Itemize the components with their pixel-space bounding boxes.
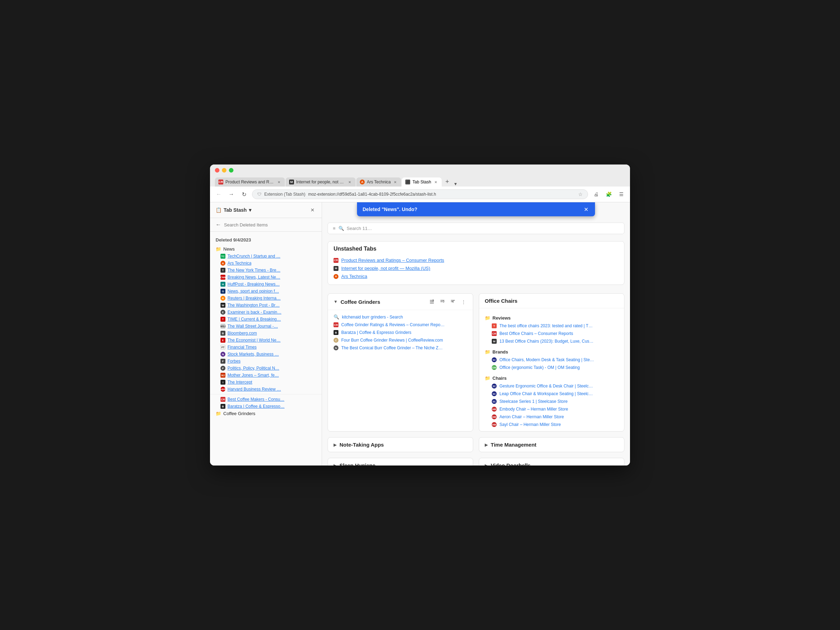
sidebar-group-name: News (223, 246, 235, 252)
sidebar-tab-techcrunch[interactable]: TC TechCrunch | Startup and … (210, 253, 322, 260)
main-content: 📋 Tab Stash ▾ ✕ ← Deleted 9/4/2023 📁 New… (210, 202, 630, 466)
sidebar-tab-guardian[interactable]: G News, sport and opinion f… (210, 288, 322, 295)
oc-mozilla-favicon: M (492, 339, 497, 344)
sidebar-tab-baratza[interactable]: B Baratza | Coffee & Espresso… (210, 403, 322, 410)
sidebar-tab-nbc[interactable]: N Stock Markets, Business … (210, 351, 322, 358)
tab4-close[interactable]: ✕ (433, 180, 438, 185)
sidebar-group-news[interactable]: 📁 News (210, 245, 322, 253)
cg-tab-niche[interactable]: N The Best Conical Burr Coffee Grinder –… (333, 344, 467, 352)
toms-favicon: T (492, 324, 497, 328)
sayl-favicon: HM (492, 422, 497, 427)
cg-tab-search[interactable]: 🔍 kitchenaid burr grinders - Search (333, 313, 467, 321)
sidebar-group-coffeegrinders[interactable]: 📁 Coffee Grinders (210, 410, 322, 417)
sidebar-search-input[interactable] (224, 222, 316, 227)
sidebar-tab-motherjones[interactable]: MJ Mother Jones – Smart, fe… (210, 372, 322, 379)
close-traffic-light[interactable] (215, 168, 219, 172)
cg-tab-cr[interactable]: CR Coffee Grinder Ratings & Reviews – Co… (333, 321, 467, 328)
oc-tab-leap[interactable]: SC Leap Office Chair & Workspace Seating… (485, 390, 619, 398)
unstash-icon[interactable] (449, 298, 457, 306)
browser-tab-2[interactable]: M Internet for people, not profit ✕ (286, 177, 355, 186)
tab2-favicon: M (289, 180, 294, 185)
bloomberg-favicon: B (221, 331, 226, 336)
note-taking-chevron-icon: ▶ (333, 442, 337, 447)
collapsed-card-note-taking[interactable]: ▶ Note-Taking Apps (328, 437, 473, 452)
toast-close-button[interactable]: ✕ (583, 206, 589, 213)
forbes-title: Forbes (227, 359, 240, 364)
browser-tab-3[interactable]: A Ars Technica ✕ (356, 177, 401, 186)
sidebar-close-button[interactable]: ✕ (309, 207, 316, 213)
main-search-hamburger[interactable]: ≡ (333, 226, 336, 231)
tab3-close[interactable]: ✕ (393, 180, 398, 185)
sleep-hygiene-title: Sleep Hygiene (339, 463, 376, 466)
coffeegrinders-folder-icon: 📁 (216, 411, 221, 416)
main-search-bar[interactable]: ≡ 🔍 Search 11… (328, 223, 624, 234)
sidebar-tab-hbr[interactable]: HBR Harvard Business Review … (210, 386, 322, 393)
techcrunch-favicon: TC (221, 254, 226, 259)
sidebar-search: ← (210, 218, 322, 232)
tab2-close[interactable]: ✕ (347, 180, 352, 185)
stash-icon[interactable] (439, 298, 446, 306)
collapsed-card-sleep-hygiene[interactable]: ▶ Sleep Hygiene (328, 458, 473, 466)
sidebar-tab-bloomberg[interactable]: B Bloomberg.com (210, 330, 322, 337)
cg-tab-baratza[interactable]: B Baratza | Coffee & Espresso Grinders (333, 328, 467, 336)
oc-tab-sc1[interactable]: SC Office Chairs, Modern Desk & Task Sea… (485, 356, 619, 364)
tabs-dropdown-button[interactable]: ▾ (454, 181, 457, 186)
oc-tab-gesture[interactable]: SC Gesture Ergonomic Office & Desk Chair… (485, 382, 619, 390)
sidebar-tab-nyt[interactable]: T The New York Times - Bre… (210, 267, 322, 274)
sidebar-tab-cnn[interactable]: CNN Breaking News, Latest Ne… (210, 274, 322, 281)
sidebar-tab-ars[interactable]: A Ars Technica (210, 260, 322, 267)
group-card-office-chairs: Office Chairs 📁 Reviews T (479, 293, 624, 431)
sidebar-tab-politico[interactable]: P Politics, Policy, Political N… (210, 365, 322, 372)
sidebar-tab-huffpost[interactable]: H HuffPost - Breaking News… (210, 281, 322, 288)
bookmark-star-icon[interactable]: ☆ (578, 191, 583, 197)
back-button[interactable]: ← (214, 190, 223, 199)
oc-tab-om[interactable]: OM Office (ergonomic Task) - OM | OM Sea… (485, 364, 619, 371)
sidebar-dropdown-arrow[interactable]: ▾ (249, 207, 251, 213)
sidebar-title: 📋 Tab Stash ▾ (216, 207, 251, 213)
sidebar-tab-reuters[interactable]: R Reuters | Breaking Interna… (210, 295, 322, 302)
unstashed-tab-ars[interactable]: A Ars Technica (333, 272, 619, 280)
cg-tab-coffeereview[interactable]: C Four Burr Coffee Grinder Reviews | Cof… (333, 336, 467, 344)
browser-tab-1[interactable]: CR Product Reviews and Ratings ✕ (215, 177, 285, 186)
gesture-favicon: SC (492, 384, 497, 388)
minimize-traffic-light[interactable] (222, 168, 226, 172)
collapsed-card-time-management[interactable]: ▶ Time Management (479, 437, 624, 452)
sidebar-tab-economist[interactable]: E The Economist | World Ne… (210, 337, 322, 344)
oc-tab-aeron[interactable]: HM Aeron Chair – Herman Miller Store (485, 413, 619, 421)
oc-tab-series1[interactable]: SC Steelcase Series 1 | Steelcase Store (485, 398, 619, 405)
browser-tab-4-active[interactable]: ⬛ Tab Stash ✕ (402, 177, 441, 186)
unstashed-title: Unstashed Tabs (333, 246, 619, 252)
sidebar-tab-time[interactable]: T TIME | Current & Breaking… (210, 316, 322, 323)
sidebar-tab-ft[interactable]: FT Financial Times (210, 344, 322, 351)
stash-all-tabs-icon[interactable] (428, 298, 436, 306)
sidebar-search-back-button[interactable]: ← (216, 221, 221, 228)
new-tab-button[interactable]: + (442, 177, 452, 186)
forward-button[interactable]: → (227, 190, 236, 199)
maximize-traffic-light[interactable] (229, 168, 234, 172)
sidebar-tab-intercept[interactable]: I The Intercept (210, 379, 322, 386)
menu-icon[interactable]: ☰ (617, 190, 626, 199)
oc-tab-toms[interactable]: T The best office chairs 2023: tested an… (485, 322, 619, 330)
intercept-title: The Intercept (227, 380, 253, 385)
sidebar-tab-coffemakers[interactable]: CR Best Coffee Makers - Consu… (210, 396, 322, 403)
more-options-icon[interactable]: ⋮ (459, 298, 467, 306)
oc-tab-mozilla[interactable]: M 13 Best Office Chairs (2023): Budget, … (485, 337, 619, 345)
extensions-icon[interactable]: 🧩 (604, 190, 613, 199)
unstashed-tab-cr[interactable]: CR Product Reviews and Ratings – Consume… (333, 256, 619, 264)
oc-tab-sayl[interactable]: HM Sayl Chair – Herman Miller Store (485, 421, 619, 428)
oc-tab-embody[interactable]: HM Embody Chair – Herman Miller Store (485, 405, 619, 413)
sidebar-tab-wapo[interactable]: W The Washington Post - Br… (210, 302, 322, 309)
sidebar-tab-wsj[interactable]: WSJ The Wall Street Journal -… (210, 323, 322, 330)
tab1-close[interactable]: ✕ (276, 180, 281, 185)
print-icon[interactable]: 🖨 (592, 190, 601, 199)
address-input[interactable]: 🛡 Extension (Tab Stash) moz-extension://… (252, 189, 588, 199)
oc-tab-cr[interactable]: CR Best Office Chairs – Consumer Reports (485, 330, 619, 337)
sidebar-tab-examiner[interactable]: E Examiner is back - Examin… (210, 309, 322, 316)
tab2-label: Internet for people, not profit (296, 180, 345, 185)
coffee-grinders-collapse-button[interactable]: ▼ (333, 299, 338, 304)
collapsed-card-video-doorbells[interactable]: ▶ Video Doorbells (479, 458, 624, 466)
unstashed-tab-mozilla[interactable]: M Internet for people, not profit — Mozi… (333, 264, 619, 272)
sidebar-tab-forbes[interactable]: F Forbes (210, 358, 322, 365)
reload-button[interactable]: ↻ (239, 190, 248, 199)
intercept-favicon: I (221, 380, 226, 385)
